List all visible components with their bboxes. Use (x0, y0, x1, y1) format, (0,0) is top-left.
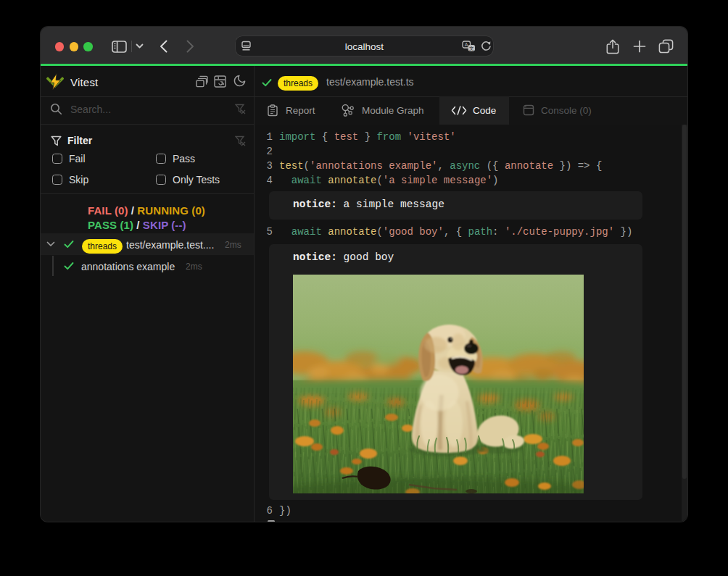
svg-text:A: A (465, 42, 468, 47)
svg-text:文: 文 (469, 46, 474, 51)
